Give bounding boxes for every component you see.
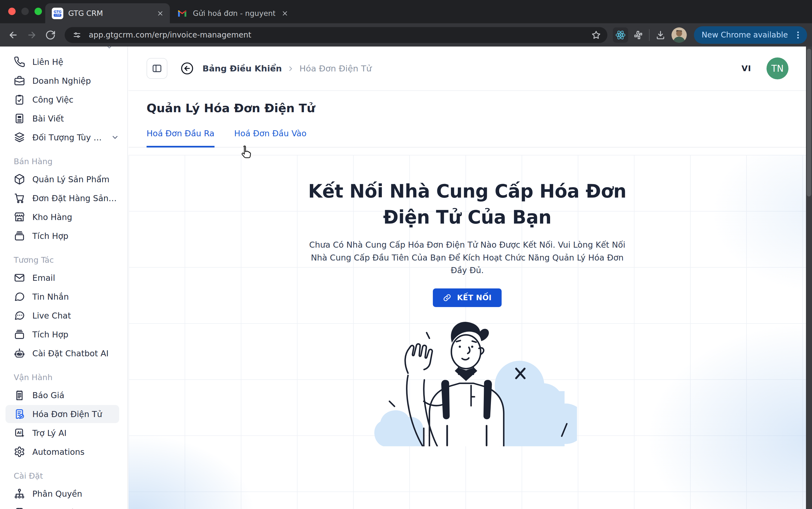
invoice-tab[interactable]: Hoá Đơn Đầu Ra xyxy=(147,129,215,147)
cart-icon xyxy=(14,192,25,204)
chat-dots-icon xyxy=(14,310,25,321)
sidebar-item[interactable]: Kho Hàng xyxy=(5,208,119,226)
browser-tab[interactable]: GTGCRM GTG CRM xyxy=(45,3,170,23)
minimize-window-button[interactable] xyxy=(21,8,29,15)
sidebar-item-label: Liên Hệ xyxy=(32,57,63,67)
main-area: Bảng Điều Khiển Hóa Đơn Điện Tử VI TN Qu… xyxy=(128,46,806,509)
breadcrumb-back-button[interactable] xyxy=(180,61,194,75)
sidebar-item[interactable]: Email xyxy=(5,269,119,287)
empty-state-description: Chưa Có Nhà Cung Cấp Hóa Đơn Điện Tử Nào… xyxy=(309,239,626,277)
kebab-menu-icon[interactable] xyxy=(793,30,803,40)
empty-state: Kết Nối Nhà Cung Cấp Hóa Đơn Điện Tử Của… xyxy=(128,178,806,446)
sidebar-item[interactable]: AI Trợ Lý AI xyxy=(5,424,119,442)
sidebar-item[interactable]: Tích Hợp xyxy=(5,227,119,245)
scrollbar-thumb[interactable] xyxy=(807,49,811,197)
page-body: Liên Hệ Doanh Nghiệp xyxy=(0,46,812,509)
browser-toolbar: app.gtgcrm.com/erp/invoice-management Ne… xyxy=(0,23,812,46)
arrow-left-circle-icon xyxy=(180,62,194,75)
sidebar-item[interactable]: Liên Hệ xyxy=(5,53,119,71)
ai-assistant-icon: AI xyxy=(14,427,25,439)
sidebar-item[interactable]: Đối Tượng Tùy Chỉnh xyxy=(5,128,119,146)
gem-icon xyxy=(14,507,25,509)
download-icon[interactable] xyxy=(654,29,666,41)
sidebar-item[interactable]: Hóa Đơn Điện Tử xyxy=(5,405,119,423)
sidebar-item[interactable]: Phân Quyền xyxy=(5,485,119,503)
sidebar-item-label: Kho Hàng xyxy=(32,212,72,222)
sidebar-item[interactable]: Thanh Toán xyxy=(5,504,119,509)
browser-titlebar: GTGCRM GTG CRM Gửi hoá đơn - nguyentrong… xyxy=(0,0,812,23)
empty-state-illustration xyxy=(374,317,577,446)
tab-strip: GTGCRM GTG CRM Gửi hoá đơn - nguyentrong… xyxy=(45,3,294,23)
connect-button-label: KẾT NỐI xyxy=(457,293,492,302)
sidebar-item[interactable]: Tin Nhắn xyxy=(5,287,119,306)
sidebar-item[interactable]: Cài Đặt Chatbot AI xyxy=(5,344,119,362)
sidebar-item[interactable]: Bài Viết xyxy=(5,109,119,128)
browser-window: GTGCRM GTG CRM Gửi hoá đơn - nguyentrong… xyxy=(0,0,812,509)
sidebar-item[interactable]: Bán Hàng xyxy=(5,154,119,169)
sidebar-item[interactable]: Vận Hành xyxy=(5,369,119,385)
sidebar-item-label: Đối Tượng Tùy Chỉnh xyxy=(32,133,103,142)
bookmark-star-icon[interactable] xyxy=(591,30,601,40)
sidebar-item-label: Tích Hợp xyxy=(32,231,68,241)
sidebar-item-label: Tích Hợp xyxy=(32,330,68,339)
sidebar-item[interactable]: Báo Giá xyxy=(5,386,119,404)
close-window-button[interactable] xyxy=(8,8,15,15)
sidebar-item-label: Bài Viết xyxy=(32,114,64,124)
sidebar-item[interactable]: Cài Đặt xyxy=(5,468,119,484)
clipboard-check-icon xyxy=(14,94,25,105)
robot-icon xyxy=(14,347,25,359)
page-scrollbar[interactable] xyxy=(806,46,812,509)
sidebar-item[interactable]: Công Việc xyxy=(5,91,119,109)
back-icon[interactable] xyxy=(7,29,19,41)
reload-icon[interactable] xyxy=(44,29,56,41)
sidebar-item-label: Hóa Đơn Điện Tử xyxy=(32,409,102,419)
sidebar-item-label: Trợ Lý AI xyxy=(32,428,67,438)
invoice-tab[interactable]: Hoá Đơn Đầu Vào xyxy=(234,129,307,147)
header-right: VI TN xyxy=(742,58,788,79)
receipt-icon xyxy=(14,389,25,401)
sidebar-item[interactable]: Tương Tác xyxy=(5,252,119,268)
update-pill-label: New Chrome available xyxy=(701,30,788,39)
browser-tab[interactable]: Gửi hoá đơn - nguyentrongtin xyxy=(170,3,294,23)
invoice-tabs: Hoá Đơn Đầu Ra Hoá Đơn Đầu Vào xyxy=(128,129,806,147)
url-text[interactable]: app.gtgcrm.com/erp/invoice-management xyxy=(89,30,591,39)
empty-state-panel: Kết Nối Nhà Cung Cấp Hóa Đơn Điện Tử Của… xyxy=(128,155,806,509)
sidebar-item-label: Tin Nhắn xyxy=(32,292,69,302)
org-chart-icon xyxy=(14,488,25,500)
sidebar-item-label: Bán Hàng xyxy=(14,157,53,166)
sidebar-item[interactable]: Live Chat xyxy=(5,306,119,325)
toolbar-divider xyxy=(649,29,650,41)
sidebar-item[interactable]: Quản Lý Sản Phẩm xyxy=(5,170,119,188)
breadcrumb-parent[interactable]: Bảng Điều Khiển xyxy=(202,64,282,73)
sidebar-item[interactable]: Tích Hợp xyxy=(5,326,119,343)
sidebar-item[interactable]: Đơn Đặt Hàng Sản Ph... xyxy=(5,189,119,207)
invoice-check-icon xyxy=(14,408,25,420)
traffic-lights xyxy=(8,8,42,15)
address-bar[interactable]: app.gtgcrm.com/erp/invoice-management xyxy=(65,27,607,43)
sidebar-item[interactable]: Doanh Nghiệp xyxy=(5,72,119,90)
profile-avatar[interactable] xyxy=(672,27,687,43)
close-icon[interactable] xyxy=(280,9,289,18)
sidebar-item-label: Thanh Toán xyxy=(32,508,80,509)
chat-icon xyxy=(14,291,25,302)
connect-button[interactable]: KẾT NỐI xyxy=(433,289,501,307)
mouse-cursor xyxy=(239,145,253,162)
close-icon[interactable] xyxy=(156,9,165,18)
tab-title: Gửi hoá đơn - nguyentrongtin xyxy=(193,9,275,18)
user-avatar[interactable]: TN xyxy=(767,58,788,79)
sidebar-nav: Liên Hệ Doanh Nghiệp xyxy=(0,53,127,509)
sidebar-item-label: Automations xyxy=(32,447,84,457)
sidebar-item[interactable]: Automations xyxy=(5,443,119,461)
react-devtools-extension-icon[interactable] xyxy=(613,27,628,43)
gear-icon xyxy=(14,446,25,457)
sidebar-toggle-button[interactable] xyxy=(147,58,167,79)
chrome-update-pill[interactable]: New Chrome available xyxy=(694,26,807,44)
language-switcher[interactable]: VI xyxy=(742,64,751,73)
site-settings-icon[interactable] xyxy=(72,30,82,40)
forward-icon[interactable] xyxy=(26,29,38,41)
extensions-puzzle-icon[interactable] xyxy=(632,29,644,41)
store-icon xyxy=(14,211,25,223)
maximize-window-button[interactable] xyxy=(34,8,42,15)
sidebar-item-label: Phân Quyền xyxy=(32,489,82,499)
toolbar-right-cluster: New Chrome available xyxy=(609,26,807,44)
